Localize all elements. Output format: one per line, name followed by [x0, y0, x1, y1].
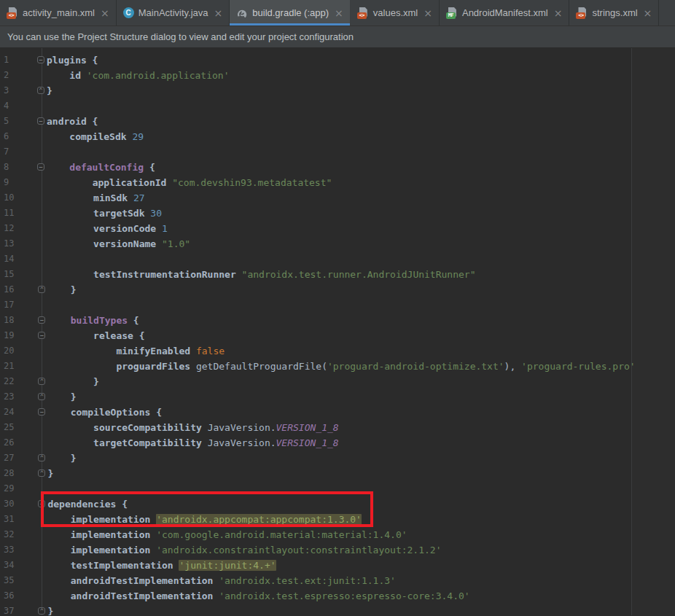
fold-column: ⌃	[14, 282, 47, 297]
fold-collapse-icon[interactable]: −	[38, 332, 45, 339]
code-line-1[interactable]: 1−plugins {	[0, 52, 675, 68]
code-line-37[interactable]: 37⌃}	[0, 604, 675, 615]
code-line-23[interactable]: 23⌃ }	[0, 389, 675, 405]
code-line-22[interactable]: 22⌃ }	[0, 374, 675, 389]
code-line-21[interactable]: 21 proguardFiles getDefaultProguardFile(…	[0, 359, 675, 374]
code-line-33[interactable]: 33 implementation 'androidx.constraintla…	[0, 542, 675, 558]
code-text: compileSdk 29	[47, 129, 144, 144]
notification-text: You can use the Project Structure dialog…	[7, 31, 354, 42]
code-line-19[interactable]: 19− release {	[0, 328, 675, 343]
code-text: implementation 'com.google.android.mater…	[47, 527, 407, 542]
close-icon[interactable]: ×	[101, 8, 109, 18]
code-line-6[interactable]: 6 compileSdk 29	[0, 129, 675, 144]
close-icon[interactable]: ×	[424, 8, 432, 18]
tab-activity-main-xml[interactable]: <>activity_main.xml×	[0, 0, 117, 26]
line-number: 6	[0, 129, 13, 144]
code-line-36[interactable]: 36 androidTestImplementation 'androidx.t…	[0, 588, 675, 604]
code-text: implementation 'androidx.appcompat:appco…	[47, 512, 361, 527]
fold-column: −	[14, 405, 47, 420]
close-icon[interactable]: ×	[644, 8, 652, 18]
close-icon[interactable]: ×	[214, 8, 223, 18]
code-editor[interactable]: 1−plugins {2 id 'com.android.application…	[0, 48, 675, 615]
line-number: 15	[0, 267, 14, 282]
code-line-9[interactable]: 9 applicationId "com.devshin93.metadatat…	[0, 175, 675, 190]
fold-end-icon[interactable]: ⌃	[38, 469, 45, 477]
fold-collapse-icon[interactable]: −	[38, 408, 45, 416]
code-line-14[interactable]: 14	[0, 252, 675, 267]
fold-end-icon[interactable]: ⌃	[37, 87, 44, 94]
tab-label: build.gradle (:app)	[252, 7, 329, 18]
close-icon[interactable]: ×	[335, 8, 343, 18]
fold-column	[13, 144, 47, 160]
fold-end-icon[interactable]: ⌃	[38, 454, 45, 461]
code-text: sourceCompatibility JavaVersion.VERSION_…	[47, 420, 338, 435]
code-line-15[interactable]: 15 testInstrumentationRunner "androidx.t…	[0, 267, 675, 282]
line-number: 21	[0, 359, 14, 374]
code-line-27[interactable]: 27⌃ }	[0, 451, 675, 466]
fold-end-icon[interactable]: ⌃	[38, 607, 45, 615]
line-number: 8	[0, 160, 13, 175]
code-line-30[interactable]: 30−dependencies {	[0, 496, 675, 512]
notification-banner: You can use the Project Structure dialog…	[0, 26, 675, 48]
code-line-25[interactable]: 25 sourceCompatibility JavaVersion.VERSI…	[0, 420, 675, 435]
code-line-16[interactable]: 16⌃ }	[0, 282, 675, 297]
code-text: testImplementation 'junit:junit:4.+'	[47, 558, 276, 573]
code-line-24[interactable]: 24− compileOptions {	[0, 405, 675, 420]
code-text: }	[47, 282, 76, 297]
fold-collapse-icon[interactable]: −	[38, 500, 45, 507]
fold-end-icon[interactable]: ⌃	[38, 286, 45, 293]
code-line-17[interactable]: 17	[0, 297, 675, 313]
code-line-13[interactable]: 13 versionName "1.0"	[0, 236, 675, 252]
code-line-34[interactable]: 34 testImplementation 'junit:junit:4.+'	[0, 558, 675, 573]
line-number: 37	[0, 604, 14, 615]
code-text: minSdk 27	[47, 190, 144, 206]
tab-androidmanifest-xml[interactable]: MFAndroidManifest.xml×	[440, 0, 570, 26]
fold-end-icon[interactable]: ⌃	[38, 378, 45, 385]
line-number: 34	[0, 558, 14, 573]
code-line-11[interactable]: 11 targetSdk 30	[0, 206, 675, 221]
tab-strings-xml[interactable]: <>strings.xml×	[569, 0, 659, 26]
fold-column	[14, 558, 47, 573]
code-line-18[interactable]: 18− buildTypes {	[0, 313, 675, 328]
line-number: 20	[0, 343, 14, 359]
fold-column	[14, 343, 47, 359]
code-line-28[interactable]: 28⌃}	[0, 466, 675, 481]
line-number: 3	[0, 83, 13, 98]
fold-collapse-icon[interactable]: −	[37, 56, 44, 63]
code-text: }	[47, 389, 76, 405]
code-text: versionCode 1	[47, 221, 167, 236]
line-number: 23	[0, 389, 14, 405]
fold-column	[13, 98, 47, 114]
code-line-2[interactable]: 2 id 'com.android.application'	[0, 68, 675, 83]
tab-build-gradle-app-[interactable]: build.gradle (:app)×	[230, 0, 351, 26]
fold-collapse-icon[interactable]: −	[37, 163, 44, 171]
code-line-8[interactable]: 8− defaultConfig {	[0, 160, 675, 175]
code-line-3[interactable]: 3⌃}	[0, 83, 675, 98]
fold-end-icon[interactable]: ⌃	[38, 393, 45, 400]
line-number: 5	[0, 114, 13, 129]
line-number: 28	[0, 466, 14, 481]
fold-column: −	[13, 160, 47, 175]
close-icon[interactable]: ×	[554, 8, 563, 18]
tab-values-xml[interactable]: <>values.xml×	[351, 0, 440, 26]
code-line-32[interactable]: 32 implementation 'com.google.android.ma…	[0, 527, 675, 542]
code-line-10[interactable]: 10 minSdk 27	[0, 190, 675, 206]
code-line-26[interactable]: 26 targetCompatibility JavaVersion.VERSI…	[0, 435, 675, 451]
code-line-7[interactable]: 7	[0, 144, 675, 160]
fold-collapse-icon[interactable]: −	[37, 117, 44, 125]
line-number: 25	[0, 420, 14, 435]
fold-column: ⌃	[14, 466, 47, 481]
code-line-5[interactable]: 5−android {	[0, 114, 675, 129]
code-line-31[interactable]: 31 implementation 'androidx.appcompat:ap…	[0, 512, 675, 527]
code-line-35[interactable]: 35 androidTestImplementation 'androidx.t…	[0, 573, 675, 588]
code-line-12[interactable]: 12 versionCode 1	[0, 221, 675, 236]
code-line-20[interactable]: 20 minifyEnabled false	[0, 343, 675, 359]
tab-mainactivity-java[interactable]: CMainActivity.java×	[117, 0, 230, 26]
gradle-icon	[236, 7, 248, 19]
tab-label: AndroidManifest.xml	[462, 7, 548, 18]
fold-collapse-icon[interactable]: −	[38, 316, 45, 324]
code-line-29[interactable]: 29	[0, 481, 675, 496]
fold-column	[14, 512, 47, 527]
fold-column	[14, 435, 47, 451]
code-line-4[interactable]: 4	[0, 98, 675, 114]
